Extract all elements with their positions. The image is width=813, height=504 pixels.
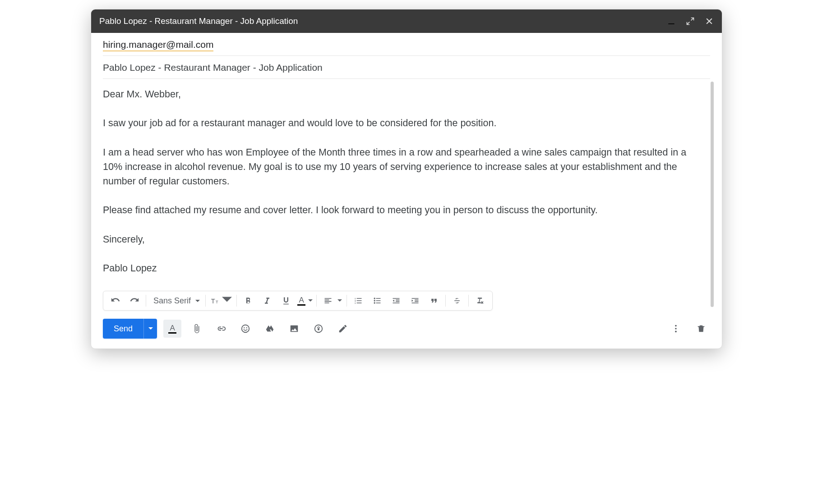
more-options-icon[interactable] (667, 320, 685, 338)
svg-point-6 (242, 325, 249, 333)
message-body[interactable]: Dear Mx. Webber, I saw your job ad for a… (103, 79, 710, 291)
recipient-chip[interactable]: hiring.manager@mail.com (103, 39, 213, 51)
svg-point-11 (675, 325, 677, 327)
body-greeting: Dear Mx. Webber, (103, 87, 702, 101)
font-family-picker[interactable]: Sans Serif (148, 293, 203, 308)
undo-icon[interactable] (106, 293, 125, 308)
body-paragraph: I saw your job ad for a restaurant manag… (103, 116, 702, 130)
formatting-options-icon[interactable]: A (163, 320, 181, 338)
chevron-down-icon (222, 295, 232, 307)
indent-less-icon[interactable] (387, 293, 406, 308)
remove-formatting-icon[interactable] (471, 293, 490, 308)
bold-icon[interactable] (239, 293, 258, 308)
body-signature: Pablo Lopez (103, 261, 702, 275)
svg-point-12 (675, 328, 677, 330)
body-paragraph: I am a head server who has won Employee … (103, 145, 702, 189)
bulleted-list-icon[interactable] (368, 293, 387, 308)
compose-actions-right (667, 320, 710, 338)
compose-content: hiring.manager@mail.com Pablo Lopez - Re… (91, 33, 722, 291)
send-options-dropdown[interactable] (143, 319, 157, 339)
chevron-down-icon (195, 296, 200, 306)
window-controls (667, 17, 714, 26)
subject-text: Pablo Lopez - Restaurant Manager - Job A… (103, 62, 323, 73)
svg-point-3 (374, 298, 375, 299)
svg-point-13 (675, 331, 677, 333)
redo-icon[interactable] (125, 293, 144, 308)
compose-actions-left: Send A (103, 319, 352, 339)
insert-photo-icon[interactable] (285, 320, 303, 338)
close-icon[interactable] (705, 17, 714, 26)
align-icon[interactable] (319, 293, 337, 308)
insert-signature-icon[interactable] (334, 320, 352, 338)
confidential-mode-icon[interactable] (309, 320, 328, 338)
compose-actions: Send A (91, 312, 722, 348)
font-family-label: Sans Serif (153, 296, 191, 306)
body-paragraph: Please find attached my resume and cover… (103, 203, 702, 217)
send-button[interactable]: Send (103, 319, 143, 339)
pop-in-icon[interactable] (686, 17, 695, 26)
svg-point-8 (246, 327, 247, 328)
chevron-down-icon (308, 297, 313, 305)
subject-field[interactable]: Pablo Lopez - Restaurant Manager - Job A… (103, 56, 710, 79)
indent-more-icon[interactable] (406, 293, 425, 308)
attach-file-icon[interactable] (188, 320, 206, 338)
font-size-picker[interactable]: TT (208, 295, 235, 307)
text-color-picker[interactable]: A (296, 296, 314, 306)
underline-icon[interactable] (277, 293, 296, 308)
italic-icon[interactable] (258, 293, 277, 308)
to-field[interactable]: hiring.manager@mail.com (103, 33, 710, 56)
svg-point-4 (374, 300, 375, 301)
strikethrough-icon[interactable] (448, 293, 467, 308)
svg-point-7 (244, 327, 245, 328)
chevron-down-icon[interactable] (337, 297, 345, 305)
minimize-icon[interactable] (667, 17, 676, 26)
svg-point-5 (374, 302, 375, 303)
discard-draft-icon[interactable] (692, 320, 710, 338)
send-button-group: Send (103, 319, 157, 339)
formatting-toolbar: Sans Serif TT A (103, 291, 493, 311)
svg-text:T: T (216, 300, 218, 304)
svg-text:T: T (211, 298, 215, 305)
window-title: Pablo Lopez - Restaurant Manager - Job A… (99, 16, 298, 26)
insert-link-icon[interactable] (212, 320, 230, 338)
insert-drive-icon[interactable] (261, 320, 279, 338)
compose-window: Pablo Lopez - Restaurant Manager - Job A… (91, 9, 722, 349)
titlebar: Pablo Lopez - Restaurant Manager - Job A… (91, 9, 722, 33)
insert-emoji-icon[interactable] (236, 320, 254, 338)
numbered-list-icon[interactable] (349, 293, 368, 308)
scrollbar[interactable] (711, 82, 714, 307)
quote-icon[interactable] (425, 293, 443, 308)
svg-rect-0 (668, 23, 674, 24)
body-closing: Sincerely, (103, 232, 702, 247)
svg-rect-10 (318, 328, 319, 330)
